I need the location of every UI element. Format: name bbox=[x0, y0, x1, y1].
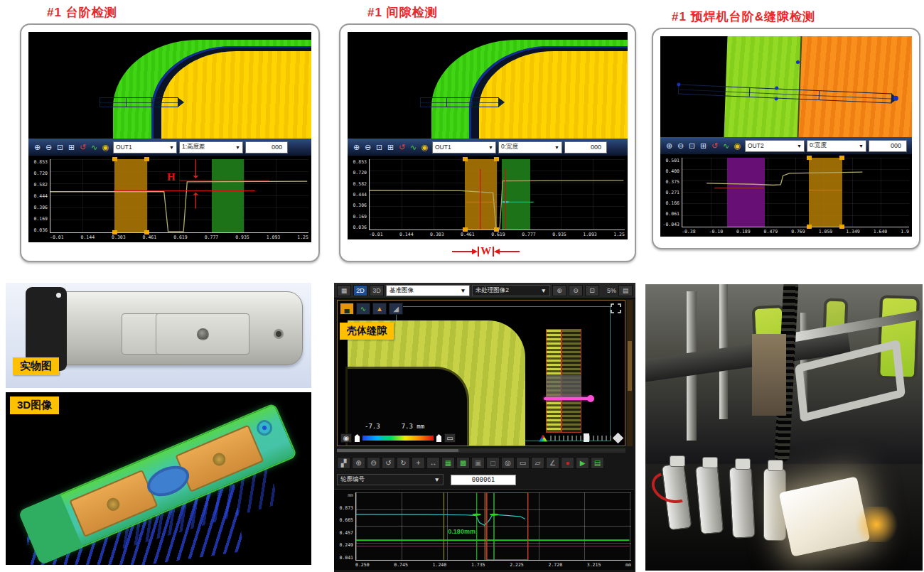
export-icon[interactable]: ▶ bbox=[576, 457, 589, 469]
lock-icon[interactable]: ◻ bbox=[486, 457, 500, 469]
rect-select-icon[interactable]: ▭ bbox=[516, 457, 530, 469]
compare-icon[interactable]: ▩ bbox=[456, 457, 470, 469]
tick-label: 1.059 bbox=[819, 229, 833, 236]
grid-icon[interactable]: ▦ bbox=[441, 457, 455, 469]
measure-value-box[interactable]: 000 bbox=[869, 140, 907, 152]
tick-label: 0.144 bbox=[81, 234, 95, 242]
zoom-in-icon[interactable]: ⊕ bbox=[352, 457, 365, 469]
angle-icon[interactable]: ∠ bbox=[546, 457, 559, 469]
zoom-in-icon[interactable]: ⊕ bbox=[32, 139, 43, 155]
zoom-in-icon[interactable]: ⊕ bbox=[552, 285, 566, 296]
view-3d-button[interactable]: 3D bbox=[370, 285, 384, 296]
zoom-fit-icon[interactable]: ⊡ bbox=[55, 139, 65, 155]
x-axis-labels: 0.2500.7451.2401.7352.2252.7203.215mm bbox=[355, 561, 631, 569]
position-mode-icon[interactable]: ◢ bbox=[389, 303, 403, 315]
slider-handle[interactable] bbox=[584, 433, 589, 442]
toolbar-icons: ⊕⊖⊡⊞↺∿◉ bbox=[664, 138, 743, 153]
zoom-out-icon[interactable]: ⊖ bbox=[675, 138, 686, 153]
render-3d-image: 3D图像 bbox=[6, 392, 311, 565]
zoom-in-icon[interactable]: ⊕ bbox=[351, 139, 362, 155]
profile-chart-icon[interactable]: ∿ bbox=[721, 138, 731, 153]
marker-diamond-icon[interactable] bbox=[613, 433, 624, 444]
output-select[interactable]: OUT1 ▼ bbox=[113, 141, 177, 153]
profile-chart-icon[interactable]: ∿ bbox=[89, 139, 100, 155]
cylinder-cap bbox=[768, 460, 783, 471]
tick-label: 0.665 bbox=[339, 517, 353, 523]
color-scale-icon[interactable] bbox=[539, 435, 547, 442]
record-icon[interactable]: ◉ bbox=[340, 433, 352, 443]
measure-type-select[interactable]: 0:宽度 ▼ bbox=[807, 140, 866, 152]
zoom-out-icon[interactable]: ⊖ bbox=[362, 139, 373, 155]
output-select[interactable]: OUT2 ▼ bbox=[745, 140, 805, 152]
range-box-icon[interactable]: ▭ bbox=[444, 433, 456, 443]
pan-icon[interactable]: + bbox=[412, 457, 425, 469]
viewer-toolbar: ▞⊕⊖↺↻+↔▦▩▣◻◎▭▱∠●▶▤ bbox=[335, 455, 634, 470]
measure-icon[interactable]: ↔ bbox=[426, 457, 440, 469]
tick-label: 0.444 bbox=[33, 193, 48, 199]
view-2d-button[interactable]: 2D bbox=[353, 285, 367, 296]
scroll-thumb[interactable] bbox=[337, 449, 458, 452]
layers-icon[interactable]: ▣ bbox=[471, 457, 485, 469]
measure-value-box[interactable]: 000 bbox=[245, 141, 288, 153]
zoom-out-icon[interactable]: ⊖ bbox=[569, 285, 583, 296]
width-annotation-label: W bbox=[480, 245, 491, 257]
height-annotation: H bbox=[167, 171, 176, 183]
colorbar-max-handle[interactable] bbox=[436, 434, 441, 442]
zoom-area-icon[interactable]: ⊞ bbox=[698, 138, 709, 153]
width-annotation: W bbox=[452, 245, 520, 257]
layout-icon[interactable]: ▦ bbox=[337, 285, 351, 296]
zoom-area-icon[interactable]: ⊞ bbox=[385, 139, 396, 155]
vertical-scrollbar[interactable] bbox=[627, 300, 633, 446]
base-image-select[interactable]: 基准图像 ▼ bbox=[386, 285, 470, 296]
output-select[interactable]: OUT1 ▼ bbox=[432, 141, 496, 153]
measure-type-select[interactable]: 1:高度差 ▼ bbox=[179, 141, 243, 153]
pin-hole-3d bbox=[254, 418, 275, 438]
profile-mode-icon[interactable]: ∿ bbox=[356, 303, 370, 315]
horizontal-scrollbar[interactable] bbox=[337, 448, 625, 453]
tick-label: -0.10 bbox=[709, 229, 724, 236]
pad-screw bbox=[104, 496, 122, 513]
measure-value-box[interactable]: 000 bbox=[564, 141, 607, 153]
report-icon[interactable]: ▤ bbox=[591, 457, 604, 469]
measure-type-select[interactable]: 0:宽度 ▼ bbox=[498, 141, 562, 153]
scroll-thumb[interactable] bbox=[628, 341, 632, 391]
tools-icon[interactable]: ▤ bbox=[618, 285, 633, 296]
surface-mode-icon[interactable]: ▲ bbox=[372, 303, 387, 315]
processed-image-select[interactable]: 未处理图像2 ▼ bbox=[472, 285, 550, 296]
zoom-out-icon[interactable]: ⊖ bbox=[43, 139, 54, 155]
rotate-ccw-icon[interactable]: ↺ bbox=[382, 457, 395, 469]
output-settings-icon[interactable]: ◉ bbox=[100, 139, 111, 155]
rotate-cw-icon[interactable]: ↻ bbox=[397, 457, 410, 469]
zoom-fit-icon[interactable]: ⊡ bbox=[585, 285, 599, 296]
zoom-out-icon[interactable]: ⊖ bbox=[367, 457, 380, 469]
plot-area bbox=[369, 159, 625, 230]
output-settings-icon[interactable]: ◉ bbox=[419, 139, 430, 155]
height-image-icon[interactable]: ▄ bbox=[340, 303, 354, 315]
target-icon[interactable]: ◎ bbox=[501, 457, 515, 469]
lasso-icon[interactable]: ▱ bbox=[531, 457, 544, 469]
pad-screw bbox=[211, 451, 228, 468]
zoom-fit-icon[interactable]: ⊡ bbox=[687, 138, 697, 153]
undo-icon[interactable]: ↺ bbox=[709, 138, 720, 153]
measure-roi-arrow[interactable] bbox=[420, 97, 498, 107]
fullscreen-icon[interactable] bbox=[611, 303, 621, 313]
tick-label: 1.093 bbox=[583, 232, 597, 239]
y-axis-labels: 0.5010.4000.3750.2710.1660.061-0.043 bbox=[660, 158, 682, 227]
profile-position-icon[interactable]: ▞ bbox=[337, 457, 350, 469]
profile-chart-icon[interactable]: ∿ bbox=[408, 139, 419, 155]
profile-number-value[interactable]: 000061 bbox=[451, 475, 516, 485]
undo-icon[interactable]: ↺ bbox=[77, 139, 88, 155]
zoom-fit-icon[interactable]: ⊡ bbox=[374, 139, 385, 155]
profile-number-select[interactable]: 轮廓编号 ▼ bbox=[337, 474, 444, 485]
tick-label: -0.38 bbox=[682, 229, 696, 236]
zoom-area-icon[interactable]: ⊞ bbox=[66, 139, 77, 155]
battery-cap-body bbox=[37, 291, 303, 365]
undo-icon[interactable]: ↺ bbox=[397, 139, 407, 155]
output-settings-icon[interactable]: ◉ bbox=[732, 138, 743, 153]
zoom-in-icon[interactable]: ⊕ bbox=[664, 138, 675, 153]
measure-roi-arrow[interactable] bbox=[100, 97, 178, 107]
viewer-topbar: ▦ 2D 3D 基准图像 ▼ 未处理图像2 ▼ ⊕ ⊖ ⊡ 5% ▤ bbox=[334, 283, 635, 298]
position-slider[interactable] bbox=[550, 436, 611, 441]
record-icon[interactable]: ● bbox=[561, 457, 574, 469]
colorbar-min-handle[interactable] bbox=[355, 434, 360, 442]
